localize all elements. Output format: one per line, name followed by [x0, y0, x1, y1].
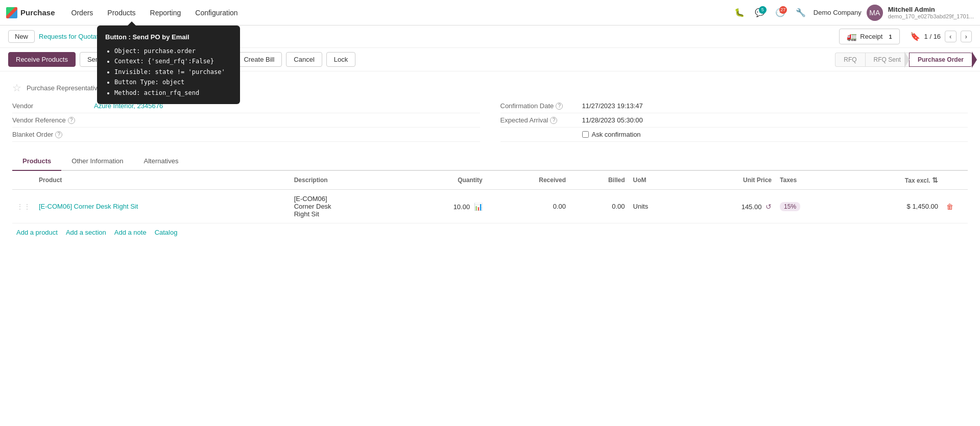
- vendor-row: Vendor Azure Interior, 2345676: [12, 99, 480, 113]
- tooltip-title: Button : Send PO by Email: [105, 32, 232, 43]
- lock-button[interactable]: Lock: [326, 52, 355, 67]
- confirmation-date-row: Confirmation Date ? 11/27/2023 19:13:47: [500, 99, 968, 113]
- form-right: Confirmation Date ? 11/27/2023 19:13:47 …: [500, 99, 968, 142]
- uom-value: Units: [633, 203, 649, 210]
- tooltip-item-1: Context: {'send_rfq':False}: [114, 56, 232, 66]
- receipt-count: 1: [889, 34, 892, 40]
- col-description: Description: [290, 171, 398, 190]
- blanket-order-help[interactable]: ?: [55, 131, 62, 138]
- cancel-button[interactable]: Cancel: [286, 52, 322, 67]
- status-rfq-sent[interactable]: RFQ Sent: [865, 53, 909, 67]
- vendor-reference-help[interactable]: ?: [68, 117, 75, 124]
- menu-orders[interactable]: Orders: [65, 6, 100, 20]
- menu-reporting[interactable]: Reporting: [144, 6, 187, 20]
- quantity-cell: 10.00 📊: [398, 190, 487, 223]
- company-name: Demo Company: [814, 9, 862, 16]
- chat-icon[interactable]: 💬 5: [752, 5, 768, 20]
- desc-line3: Right Sit: [294, 210, 394, 218]
- delete-row-icon[interactable]: 🗑: [946, 203, 953, 211]
- tooltip-item-3: Button Type: object: [114, 77, 232, 87]
- col-taxes: Taxes: [776, 171, 844, 190]
- product-name-cell[interactable]: [E-COM06] Corner Desk Right Sit: [35, 190, 290, 223]
- uom-cell: Units: [629, 190, 684, 223]
- tooltip-item-4: Method: action_rfq_send: [114, 88, 232, 98]
- quantity-chart-icon[interactable]: 📊: [474, 203, 483, 211]
- purchase-rep-label: Purchase Representative: [27, 84, 101, 92]
- col-billed: Billed: [570, 171, 629, 190]
- clock-icon[interactable]: 🕐 27: [773, 5, 788, 20]
- col-actions: [942, 171, 968, 190]
- vendor-label: Vendor: [12, 102, 94, 110]
- tooltip-item-0: Object: purchase.order: [114, 46, 232, 56]
- col-uom: UoM: [629, 171, 684, 190]
- create-bill-button[interactable]: Create Bill: [236, 52, 282, 67]
- blanket-order-row: Blanket Order ?: [12, 128, 480, 142]
- table-footer-links: Add a product Add a section Add a note C…: [12, 223, 968, 241]
- app-name: Purchase: [20, 8, 55, 17]
- drag-handle-icon[interactable]: ⋮⋮: [16, 203, 31, 211]
- user-info: Mitchell Admin demo_170_e027b3abd29f_170…: [888, 6, 974, 19]
- ask-confirmation-checkbox[interactable]: [582, 131, 589, 138]
- wrench-icon[interactable]: 🔧: [793, 5, 808, 20]
- favorite-star-icon[interactable]: ☆: [12, 82, 21, 94]
- col-quantity: Quantity: [398, 171, 487, 190]
- avatar[interactable]: MA: [867, 5, 883, 21]
- tab-alternatives[interactable]: Alternatives: [134, 152, 189, 171]
- receipt-button[interactable]: 🚛 Receipt 1: [839, 29, 899, 44]
- receive-products-button[interactable]: Receive Products: [8, 52, 76, 67]
- menu-products[interactable]: Products: [101, 6, 141, 20]
- prev-page-button[interactable]: ‹: [945, 31, 956, 42]
- add-note-link[interactable]: Add a note: [114, 229, 147, 236]
- product-name[interactable]: [E-COM06] Corner Desk Right Sit: [39, 203, 138, 210]
- clock-badge: 27: [779, 6, 787, 14]
- status-rfq[interactable]: RFQ: [835, 53, 865, 67]
- expected-arrival-value: 11/28/2023 05:30:00: [582, 116, 643, 124]
- add-product-link[interactable]: Add a product: [16, 229, 58, 236]
- page-current: 1: [924, 33, 928, 40]
- unit-price-cell: 145.00 ↺: [684, 190, 776, 223]
- tax-excl-value: $ 1,450.00: [907, 203, 938, 210]
- next-page-button[interactable]: ›: [961, 31, 972, 42]
- product-table: Product Description Quantity Received Bi…: [12, 171, 968, 223]
- drag-handle-cell: ⋮⋮: [12, 190, 35, 223]
- menu-configuration[interactable]: Configuration: [189, 6, 244, 20]
- tooltip-list: Object: purchase.order Context: {'send_r…: [105, 46, 232, 98]
- col-product: Product: [35, 171, 290, 190]
- tab-products[interactable]: Products: [12, 152, 61, 171]
- page-info: 1 / 16: [924, 33, 941, 40]
- form-left: Vendor Azure Interior, 2345676 Vendor Re…: [12, 99, 480, 142]
- expected-arrival-help[interactable]: ?: [550, 117, 557, 124]
- main-menu: Orders Products Reporting Configuration: [65, 6, 732, 20]
- col-received: Received: [487, 171, 570, 190]
- vendor-reference-label: Vendor Reference ?: [12, 116, 94, 124]
- form-grid: Vendor Azure Interior, 2345676 Vendor Re…: [12, 99, 968, 142]
- tax-badge[interactable]: 15%: [780, 202, 800, 211]
- desc-line2: Corner Desk: [294, 203, 394, 210]
- new-button[interactable]: New: [8, 30, 35, 43]
- add-section-link[interactable]: Add a section: [66, 229, 106, 236]
- unit-price-value: 145.00: [742, 203, 762, 211]
- confirmation-date-label: Confirmation Date ?: [500, 102, 582, 110]
- app-logo[interactable]: Purchase: [6, 7, 55, 18]
- confirmation-date-help[interactable]: ?: [556, 103, 563, 110]
- reset-price-icon[interactable]: ↺: [766, 203, 772, 211]
- quantity-value: 10.00: [453, 203, 470, 211]
- blanket-order-label: Blanket Order ?: [12, 131, 94, 138]
- bookmark-icon[interactable]: 🔖: [910, 32, 920, 41]
- bug-icon[interactable]: 🐛: [732, 5, 747, 20]
- status-purchase-order[interactable]: Purchase Order: [909, 53, 972, 67]
- send-po-tooltip: Button : Send PO by Email Object: purcha…: [97, 26, 240, 104]
- tax-excl-cell: $ 1,450.00: [844, 190, 942, 223]
- navbar-right: 🐛 💬 5 🕐 27 🔧 Demo Company MA Mitchell Ad…: [732, 5, 974, 21]
- tab-other-information[interactable]: Other Information: [61, 152, 133, 171]
- billed-value: 0.00: [612, 203, 625, 210]
- catalog-link[interactable]: Catalog: [155, 229, 178, 236]
- received-cell: 0.00: [487, 190, 570, 223]
- taxes-cell: 15%: [776, 190, 844, 223]
- navbar: Purchase Orders Products Reporting Confi…: [0, 0, 980, 26]
- user-id: demo_170_e027b3abd29f_1701...: [888, 13, 974, 19]
- column-settings-icon[interactable]: ⇅: [932, 176, 938, 184]
- receipt-label: Receipt: [860, 33, 882, 40]
- ask-confirmation-row: Ask confirmation: [500, 128, 968, 142]
- row-actions-cell: 🗑: [942, 190, 968, 223]
